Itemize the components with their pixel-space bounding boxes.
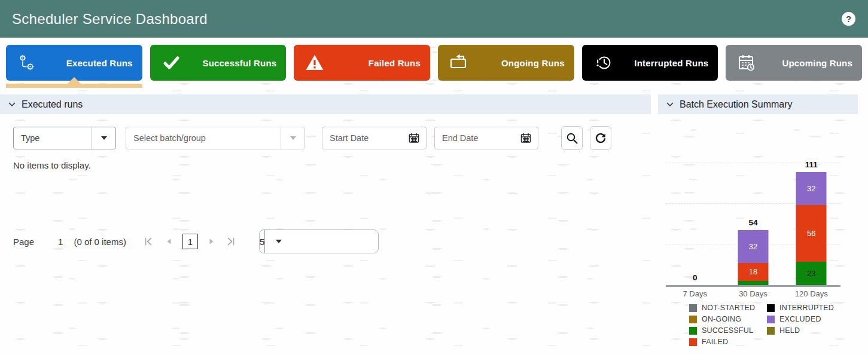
calendar-icon[interactable] bbox=[520, 132, 532, 144]
legend-item-on-going: ON-GOING bbox=[689, 315, 767, 323]
refresh-button[interactable] bbox=[590, 126, 611, 150]
end-date-placeholder: End Date bbox=[435, 133, 520, 143]
legend-label: INTERRUPTED bbox=[779, 304, 834, 312]
legend-label: SUCCESSFUL bbox=[702, 326, 753, 335]
previous-page-icon[interactable] bbox=[164, 236, 175, 247]
clock-alert-icon bbox=[593, 53, 613, 73]
batch-group-select[interactable]: Select batch/group bbox=[126, 127, 305, 149]
x-tick-label: 7 Days bbox=[666, 289, 724, 298]
tab-bar: Executed RunsSuccessful RunsFailed RunsO… bbox=[6, 45, 862, 81]
batch-select-caret-cell[interactable] bbox=[281, 127, 304, 149]
next-page-icon[interactable] bbox=[206, 236, 217, 247]
legend-swatch bbox=[689, 304, 697, 312]
segment-excluded[interactable]: 32 bbox=[796, 172, 827, 204]
legend-item-held: HELD bbox=[767, 326, 845, 335]
bar-total-label: 54 bbox=[748, 218, 757, 227]
type-select-value: Type bbox=[14, 133, 92, 143]
bar-column-120-days: 111325623 bbox=[782, 157, 840, 285]
tab-label: Executed Runs bbox=[37, 58, 142, 68]
segment-successful[interactable] bbox=[738, 281, 768, 285]
legend-label: ON-GOING bbox=[702, 315, 741, 323]
page-number: 1 bbox=[58, 237, 63, 247]
x-axis-line bbox=[666, 285, 840, 287]
last-page-icon[interactable] bbox=[226, 236, 236, 247]
legend-swatch bbox=[767, 327, 775, 335]
page-size-select[interactable]: 5 bbox=[259, 229, 379, 253]
legend-label: EXCLUDED bbox=[779, 315, 821, 323]
legend-swatch bbox=[689, 327, 697, 335]
page-title: Scheduler Service Dashboard bbox=[12, 0, 208, 38]
search-icon bbox=[565, 131, 578, 145]
legend-swatch bbox=[767, 316, 775, 323]
app-header: Scheduler Service Dashboard ? bbox=[0, 0, 868, 38]
bar-total-label: 0 bbox=[693, 273, 698, 282]
executed-runs-title: Executed runs bbox=[22, 99, 83, 110]
segment-failed[interactable]: 18 bbox=[738, 263, 768, 281]
pagination-bar: Page 1 (0 of 0 items) 5 bbox=[13, 228, 379, 255]
page-size-caret-cell[interactable] bbox=[264, 230, 292, 253]
tab-interrupted-runs[interactable]: Interrupted Runs bbox=[582, 45, 718, 81]
bar-total-label: 111 bbox=[805, 160, 818, 169]
filter-bar: Type Select batch/group Start Date End D… bbox=[13, 126, 611, 150]
executed-runs-section-header[interactable]: Executed runs bbox=[0, 94, 651, 114]
chevron-down-icon bbox=[665, 100, 675, 109]
segment-excluded[interactable]: 32 bbox=[738, 230, 768, 262]
legend-swatch bbox=[767, 304, 775, 312]
current-page-input[interactable] bbox=[182, 234, 198, 249]
caret-down-icon bbox=[276, 240, 282, 243]
calendar-icon[interactable] bbox=[408, 132, 420, 144]
tab-successful-runs[interactable]: Successful Runs bbox=[150, 45, 287, 81]
tab-failed-runs[interactable]: Failed Runs bbox=[294, 45, 430, 81]
first-page-icon[interactable] bbox=[143, 236, 154, 247]
type-select-caret-cell[interactable] bbox=[92, 127, 115, 149]
start-date-placeholder: Start Date bbox=[322, 133, 408, 143]
segment-successful[interactable]: 23 bbox=[796, 262, 827, 285]
page-size-value: 5 bbox=[260, 237, 264, 247]
bar-column-30-days: 543218 bbox=[724, 157, 782, 285]
stacked-bar[interactable]: 3218 bbox=[738, 230, 768, 285]
legend-item-excluded: EXCLUDED bbox=[767, 315, 845, 323]
legend-label: HELD bbox=[779, 326, 800, 335]
loop-arrow-icon bbox=[449, 53, 469, 73]
batch-execution-chart: 0543218111325623 7 Days30 Days120 Days bbox=[666, 157, 840, 298]
type-select[interactable]: Type bbox=[13, 127, 116, 149]
tab-executed-runs[interactable]: Executed Runs bbox=[6, 45, 142, 81]
tab-upcoming-runs[interactable]: Upcoming Runs bbox=[726, 45, 862, 81]
legend-swatch bbox=[689, 316, 697, 323]
calendar-clock-icon bbox=[736, 53, 757, 73]
legend-item-failed: FAILED bbox=[689, 338, 767, 346]
legend-label: NOT-STARTED bbox=[702, 304, 755, 312]
chart-columns: 0543218111325623 bbox=[666, 157, 840, 285]
x-tick-label: 120 Days bbox=[782, 289, 840, 298]
legend-swatch bbox=[689, 338, 697, 346]
legend-item-successful: SUCCESSFUL bbox=[689, 326, 767, 335]
tab-label: Upcoming Runs bbox=[757, 58, 862, 68]
caret-down-icon bbox=[101, 136, 107, 140]
workflow-gears-icon bbox=[17, 53, 37, 73]
legend-item-not-started: NOT-STARTED bbox=[689, 304, 767, 312]
batch-summary-section-header[interactable]: Batch Execution Summary bbox=[658, 94, 858, 114]
empty-table-message: No items to display. bbox=[13, 160, 91, 170]
segment-failed[interactable]: 56 bbox=[796, 205, 827, 262]
page-label: Page bbox=[13, 237, 34, 247]
tab-label: Successful Runs bbox=[181, 58, 287, 68]
caret-down-icon bbox=[290, 136, 296, 140]
bar-column-7-days: 0 bbox=[666, 157, 724, 285]
legend-label: FAILED bbox=[702, 338, 728, 346]
tab-ongoing-runs[interactable]: Ongoing Runs bbox=[438, 45, 574, 81]
help-icon[interactable]: ? bbox=[842, 12, 855, 26]
search-button[interactable] bbox=[561, 126, 583, 150]
warning-triangle-icon bbox=[304, 53, 325, 73]
start-date-input[interactable]: Start Date bbox=[322, 127, 427, 149]
chevron-down-icon bbox=[7, 100, 17, 109]
checkmark-icon bbox=[161, 53, 181, 73]
items-count: (0 of 0 items) bbox=[74, 237, 126, 247]
x-tick-label: 30 Days bbox=[724, 289, 782, 298]
refresh-icon bbox=[594, 131, 607, 145]
batch-summary-title: Batch Execution Summary bbox=[680, 99, 793, 110]
chart-legend: NOT-STARTEDINTERRUPTEDON-GOINGEXCLUDEDSU… bbox=[689, 304, 845, 346]
end-date-input[interactable]: End Date bbox=[434, 127, 538, 149]
tab-label: Failed Runs bbox=[325, 58, 430, 68]
stacked-bar[interactable]: 325623 bbox=[796, 172, 827, 285]
legend-item-interrupted: INTERRUPTED bbox=[767, 304, 845, 312]
